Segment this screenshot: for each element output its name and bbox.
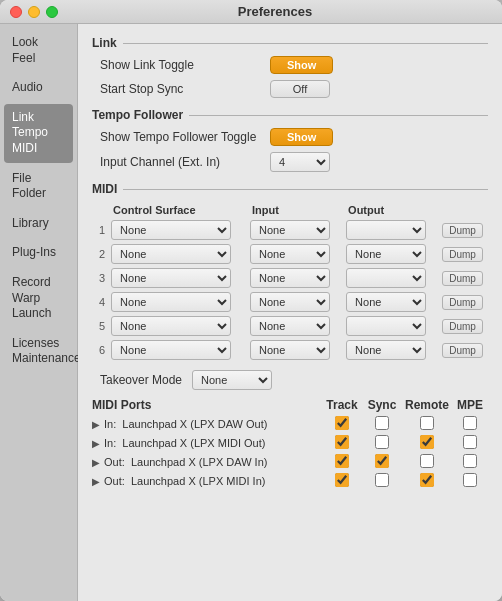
row-num-2: 3 xyxy=(92,266,109,290)
port-sync-check-1 xyxy=(362,435,402,451)
input-channel-label: Input Channel (Ext. In) xyxy=(100,155,270,169)
col-header-control-surface: Control Surface xyxy=(109,202,248,218)
input-select-0[interactable]: None xyxy=(250,220,330,240)
output-cell-2 xyxy=(344,266,440,290)
show-link-toggle-label: Show Link Toggle xyxy=(100,58,270,72)
sync-checkbox-3[interactable] xyxy=(375,473,389,487)
row-num-5: 6 xyxy=(92,338,109,362)
cs-select-3[interactable]: None xyxy=(111,292,231,312)
dump-button-1[interactable]: Dump xyxy=(442,247,483,262)
dump-button-3[interactable]: Dump xyxy=(442,295,483,310)
cs-select-4[interactable]: None xyxy=(111,316,231,336)
port-remote-check-1 xyxy=(402,435,452,451)
col-remote-header: Remote xyxy=(402,398,452,412)
track-checkbox-2[interactable] xyxy=(335,454,349,468)
dump-cell-3: Dump xyxy=(440,290,488,314)
output-cell-0 xyxy=(344,218,440,242)
maximize-button[interactable] xyxy=(46,6,58,18)
port-sync-check-0 xyxy=(362,416,402,432)
cs-select-1[interactable]: None xyxy=(111,244,231,264)
mpe-checkbox-1[interactable] xyxy=(463,435,477,449)
cs-select-5[interactable]: None xyxy=(111,340,231,360)
col-mpe-header: MPE xyxy=(452,398,488,412)
midi-ports-section: MIDI Ports Track Sync Remote MPE ▶ In: L… xyxy=(92,398,488,489)
input-channel-row: Input Channel (Ext. In) 4 xyxy=(92,152,488,172)
dump-cell-5: Dump xyxy=(440,338,488,362)
track-checkbox-3[interactable] xyxy=(335,473,349,487)
expand-arrow-2[interactable]: ▶ xyxy=(92,457,104,468)
expand-arrow-1[interactable]: ▶ xyxy=(92,438,104,449)
sidebar-item-plug-ins[interactable]: Plug-Ins xyxy=(4,239,73,267)
cs-select-2[interactable]: None xyxy=(111,268,231,288)
tempo-follower-section-title: Tempo Follower xyxy=(92,108,488,122)
takeover-mode-row: Takeover Mode None xyxy=(92,370,488,390)
sync-checkbox-0[interactable] xyxy=(375,416,389,430)
mpe-checkbox-0[interactable] xyxy=(463,416,477,430)
sidebar-item-record-warp-launch[interactable]: Record Warp Launch xyxy=(4,269,73,328)
track-checkbox-1[interactable] xyxy=(335,435,349,449)
midi-ports-header: MIDI Ports Track Sync Remote MPE xyxy=(92,398,488,412)
main-layout: Look Feel Audio Link Tempo MIDI File Fol… xyxy=(0,24,502,601)
input-select-2[interactable]: None xyxy=(250,268,330,288)
col-sync-header: Sync xyxy=(362,398,402,412)
port-label-1: In: Launchpad X (LPX MIDI Out) xyxy=(104,437,322,449)
input-select-4[interactable]: None xyxy=(250,316,330,336)
input-select-3[interactable]: None xyxy=(250,292,330,312)
show-link-toggle-button[interactable]: Show xyxy=(270,56,333,74)
port-mpe-check-3 xyxy=(452,473,488,489)
remote-checkbox-1[interactable] xyxy=(420,435,434,449)
cs-cell-4: None xyxy=(109,314,248,338)
output-select-2[interactable] xyxy=(346,268,426,288)
remote-checkbox-2[interactable] xyxy=(420,454,434,468)
dump-button-2[interactable]: Dump xyxy=(442,271,483,286)
show-tempo-follower-button[interactable]: Show xyxy=(270,128,333,146)
traffic-lights xyxy=(10,6,58,18)
sync-checkbox-2[interactable] xyxy=(375,454,389,468)
content-area: Link Show Link Toggle Show Start Stop Sy… xyxy=(78,24,502,601)
expand-arrow-0[interactable]: ▶ xyxy=(92,419,104,430)
output-cell-4 xyxy=(344,314,440,338)
sidebar-item-audio[interactable]: Audio xyxy=(4,74,73,102)
row-num-4: 5 xyxy=(92,314,109,338)
remote-checkbox-0[interactable] xyxy=(420,416,434,430)
cs-select-0[interactable]: None xyxy=(111,220,231,240)
port-row: ▶ Out: Launchpad X (LPX DAW In) xyxy=(92,454,488,470)
minimize-button[interactable] xyxy=(28,6,40,18)
dump-cell-4: Dump xyxy=(440,314,488,338)
input-select-1[interactable]: None xyxy=(250,244,330,264)
expand-arrow-3[interactable]: ▶ xyxy=(92,476,104,487)
sidebar-item-file-folder[interactable]: File Folder xyxy=(4,165,73,208)
mpe-checkbox-3[interactable] xyxy=(463,473,477,487)
output-select-0[interactable] xyxy=(346,220,426,240)
output-select-3[interactable]: None xyxy=(346,292,426,312)
input-select-5[interactable]: None xyxy=(250,340,330,360)
sidebar-item-look-feel[interactable]: Look Feel xyxy=(4,29,73,72)
midi-table-row: 4 None None None Dump xyxy=(92,290,488,314)
sidebar: Look Feel Audio Link Tempo MIDI File Fol… xyxy=(0,24,78,601)
mpe-checkbox-2[interactable] xyxy=(463,454,477,468)
output-select-1[interactable]: None xyxy=(346,244,426,264)
close-button[interactable] xyxy=(10,6,22,18)
input-channel-select[interactable]: 4 xyxy=(270,152,330,172)
sidebar-item-licenses-maintenance[interactable]: Licenses Maintenance xyxy=(4,330,73,373)
sidebar-item-link-tempo-midi[interactable]: Link Tempo MIDI xyxy=(4,104,73,163)
output-select-4[interactable] xyxy=(346,316,426,336)
remote-checkbox-3[interactable] xyxy=(420,473,434,487)
sync-checkbox-1[interactable] xyxy=(375,435,389,449)
midi-section-title: MIDI xyxy=(92,182,488,196)
dump-cell-2: Dump xyxy=(440,266,488,290)
takeover-mode-select[interactable]: None xyxy=(192,370,272,390)
track-checkbox-0[interactable] xyxy=(335,416,349,430)
cs-cell-1: None xyxy=(109,242,248,266)
start-stop-sync-button[interactable]: Off xyxy=(270,80,330,98)
dump-button-5[interactable]: Dump xyxy=(442,343,483,358)
dump-button-0[interactable]: Dump xyxy=(442,223,483,238)
row-num-1: 2 xyxy=(92,242,109,266)
sidebar-item-library[interactable]: Library xyxy=(4,210,73,238)
output-select-5[interactable]: None xyxy=(346,340,426,360)
cs-cell-3: None xyxy=(109,290,248,314)
show-tempo-follower-label: Show Tempo Follower Toggle xyxy=(100,130,270,144)
cs-cell-0: None xyxy=(109,218,248,242)
dump-button-4[interactable]: Dump xyxy=(442,319,483,334)
preferences-window: Preferences Look Feel Audio Link Tempo M… xyxy=(0,0,502,601)
